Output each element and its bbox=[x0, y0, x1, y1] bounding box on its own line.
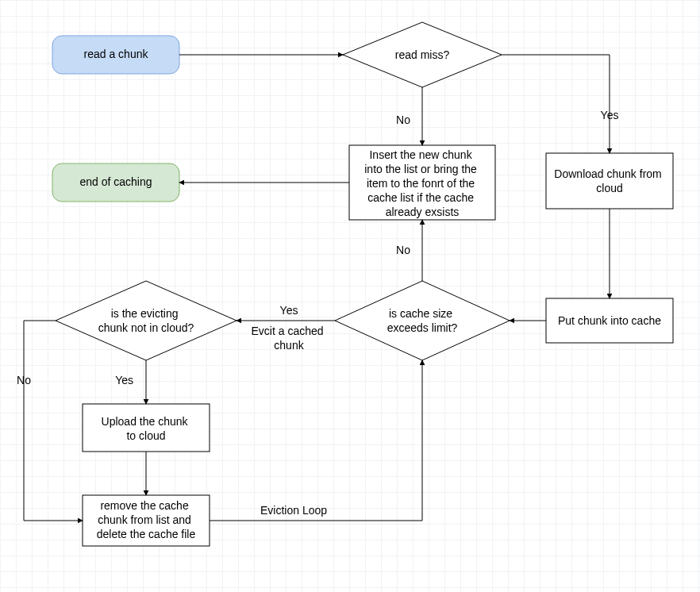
node-remove-l3: delete the cache file bbox=[97, 528, 196, 540]
label-evict-sub1: Evcit a cached bbox=[252, 325, 324, 337]
label-no-left: No bbox=[17, 374, 31, 386]
node-size bbox=[335, 281, 510, 360]
node-insert-l5: already exsists bbox=[386, 206, 460, 218]
node-evict-l1: is the evicting bbox=[111, 307, 179, 320]
edge-readmiss-download bbox=[502, 55, 610, 153]
node-download bbox=[546, 153, 673, 209]
node-insert-l2: into the list or bring the bbox=[364, 163, 477, 175]
node-evict-l2: chunk not in cloud? bbox=[98, 321, 194, 334]
label-yes-left: Yes bbox=[115, 374, 133, 386]
label-yes-top: Yes bbox=[601, 109, 619, 121]
node-upload bbox=[83, 404, 210, 452]
label-yes-mid: Yes bbox=[280, 304, 298, 317]
node-download-l1: Download chunk from bbox=[554, 167, 661, 180]
node-size-l1: is cache size bbox=[389, 307, 452, 320]
node-remove-l1: remove the cache bbox=[100, 499, 188, 512]
svg-text:Evcit a cached
    chunk: Evcit a cached chunk bbox=[252, 325, 327, 352]
node-size-l2: exceeds limit? bbox=[387, 321, 458, 334]
edge-remove-size bbox=[210, 360, 422, 521]
node-insert-l3: item to the fonrt of the bbox=[367, 177, 475, 190]
node-insert-l1: Insert the new chunk bbox=[369, 148, 472, 161]
edge-evict-remove bbox=[24, 321, 83, 521]
flowchart: read a chunk read miss? Insert the new c… bbox=[0, 0, 700, 592]
label-evict-sub2: chunk bbox=[274, 339, 304, 352]
svg-text:remove the cache
    chunk fro: remove the cache chunk from list and del… bbox=[97, 499, 196, 540]
label-no-top: No bbox=[396, 113, 410, 126]
label-loop: Eviction Loop bbox=[260, 504, 327, 517]
node-remove-l2: chunk from list and bbox=[98, 513, 191, 526]
node-upload-l2: to cloud bbox=[126, 429, 165, 442]
node-evict bbox=[56, 281, 237, 360]
node-end-caching-label: end of caching bbox=[79, 175, 152, 188]
node-read-chunk-label: read a chunk bbox=[84, 48, 149, 60]
node-read-miss-label: read miss? bbox=[395, 48, 450, 61]
node-put-cache-label: Put chunk into cache bbox=[558, 314, 661, 327]
node-upload-l1: Upload the chunk bbox=[102, 415, 189, 428]
node-insert-l4: cache list if the cache bbox=[367, 191, 474, 204]
node-download-l2: cloud bbox=[596, 182, 622, 194]
label-no-mid: No bbox=[396, 244, 410, 256]
